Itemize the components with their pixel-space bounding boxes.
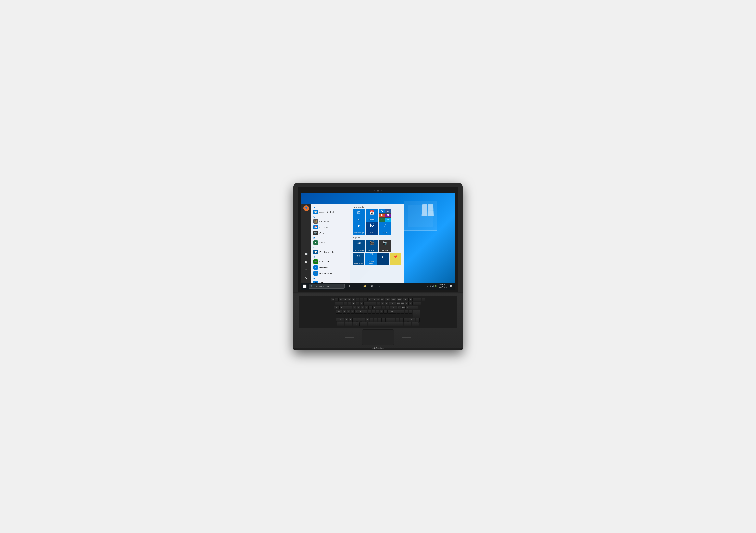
tile-mail[interactable]: ✉ Mail — [353, 210, 365, 222]
tile-calendar[interactable]: 📅 Calendar — [366, 210, 378, 222]
tray-clock[interactable]: 10:10 AM 5/21/2019 — [438, 284, 447, 288]
key-b[interactable]: B — [362, 318, 365, 322]
key-numpad-3[interactable]: 3 — [409, 310, 412, 314]
key-o[interactable]: O — [373, 306, 377, 309]
tray-network-icon[interactable]: 🖥 — [429, 285, 431, 287]
key-period[interactable]: . — [378, 318, 382, 322]
key-semicolon[interactable]: ; — [380, 310, 384, 314]
key-arrow-right[interactable]: → — [404, 318, 408, 322]
key-pgup[interactable]: PgUp — [401, 302, 404, 305]
key-quote[interactable]: ' — [384, 310, 388, 314]
key-1[interactable]: 1 — [339, 302, 343, 305]
key-8[interactable]: 8 — [368, 302, 372, 305]
tray-battery-icon[interactable]: 🔋 — [435, 285, 437, 287]
key-j[interactable]: J — [367, 310, 371, 314]
user-avatar[interactable]: 👤 — [303, 206, 309, 211]
key-v[interactable]: V — [357, 318, 361, 322]
key-numpad-dot[interactable]: . — [416, 318, 419, 322]
key-6[interactable]: 6 — [360, 302, 364, 305]
tile-snip[interactable]: ✂ Snip & Sketch — [353, 253, 364, 265]
key-fn[interactable]: Fn — [337, 323, 344, 326]
key-numpad-1[interactable]: 1 — [400, 310, 404, 314]
key-4[interactable]: 4 — [352, 302, 355, 305]
key-numpad-7[interactable]: 7 — [405, 302, 409, 305]
settings-icon[interactable]: ⚙ — [303, 266, 310, 273]
key-rctrl[interactable]: Ctrl — [412, 323, 419, 326]
app-item-calculator[interactable]: 🧮 Calculator — [311, 218, 350, 224]
key-0[interactable]: 0 — [377, 302, 380, 305]
key-f5[interactable]: F5 — [352, 297, 355, 301]
key-f9[interactable]: F9 — [368, 297, 372, 301]
key-arrow-up[interactable]: ↑ — [396, 310, 400, 314]
key-f6[interactable]: F6 — [356, 297, 359, 301]
key-w[interactable]: W — [344, 306, 348, 309]
key-a[interactable]: A — [343, 310, 346, 314]
key-m[interactable]: M — [370, 318, 373, 322]
key-numpad-enter[interactable]: ↵ — [413, 310, 420, 318]
key-l[interactable]: L — [376, 310, 379, 314]
key-f4[interactable]: F4 — [347, 297, 351, 301]
key-2[interactable]: 2 — [343, 302, 347, 305]
key-space[interactable] — [368, 323, 403, 326]
key-insert[interactable]: Insert — [391, 297, 396, 301]
key-slash[interactable]: / — [382, 318, 386, 322]
key-lwin[interactable]: ⊞ — [353, 323, 360, 326]
tile-settings[interactable]: ⚙ — [377, 253, 389, 265]
key-z[interactable]: Z — [345, 318, 348, 322]
app-item-groove[interactable]: 🎵 Groove Music — [311, 270, 350, 276]
key-r[interactable]: R — [353, 306, 356, 309]
key-backspace[interactable]: ⌫ — [389, 302, 396, 305]
app-item-gamebar[interactable]: 🎮 Game bar — [311, 259, 350, 265]
key-enter[interactable]: Enter — [388, 310, 396, 314]
key-numpad-2[interactable]: 2 — [405, 310, 408, 314]
key-p[interactable]: P — [377, 306, 381, 309]
key-c[interactable]: C — [353, 318, 357, 322]
key-d[interactable]: D — [351, 310, 355, 314]
touchpad[interactable] — [362, 329, 394, 345]
app-item-gethelp[interactable]: ? Get Help — [311, 265, 350, 270]
tile-camera[interactable]: 📷 Camera — [379, 240, 391, 252]
key-f[interactable]: F — [355, 310, 359, 314]
task-view-button[interactable]: ⧉ — [346, 283, 353, 290]
key-rshift[interactable]: ⇧ — [386, 318, 395, 322]
key-numpad-div[interactable]: / — [413, 297, 417, 301]
key-f7[interactable]: F7 — [360, 297, 364, 301]
tile-movies[interactable]: 🎬 Movies & TV — [366, 240, 378, 252]
app-item-feedback[interactable]: 💬 Feedback Hub — [311, 249, 350, 255]
key-end[interactable]: End — [398, 306, 401, 309]
key-backslash[interactable]: \ — [390, 306, 397, 309]
key-minus[interactable]: - — [381, 302, 384, 305]
mail-taskbar-icon[interactable]: ✉ — [368, 283, 376, 290]
documents-icon[interactable]: 📄 — [303, 250, 310, 257]
key-h[interactable]: H — [364, 310, 367, 314]
key-home[interactable]: Home — [397, 302, 400, 305]
key-u[interactable]: U — [365, 306, 368, 309]
key-delete[interactable]: Delete — [397, 297, 402, 301]
key-numpad-8[interactable]: 8 — [409, 302, 413, 305]
key-numpad-5[interactable]: 5 — [410, 306, 414, 309]
tray-chevron[interactable]: ∧ — [427, 285, 429, 287]
key-e[interactable]: E — [348, 306, 352, 309]
key-rbracket[interactable]: ] — [386, 306, 389, 309]
tile-winsec[interactable]: 🛡 Windows Sec... — [365, 253, 377, 265]
tile-sticky[interactable]: 📌 — [390, 253, 401, 265]
key-numpad-0[interactable]: 0 — [408, 318, 416, 322]
key-s[interactable]: S — [347, 310, 350, 314]
key-x[interactable]: X — [349, 318, 353, 322]
key-f11[interactable]: F11 — [376, 297, 380, 301]
key-arrow-left[interactable]: ← — [396, 318, 399, 322]
notification-center-button[interactable]: 💬 — [448, 283, 454, 289]
key-backspace-fn[interactable]: ⌫ — [403, 297, 409, 301]
tile-office-suite[interactable]: O W P N X S — [379, 210, 391, 222]
key-3[interactable]: 3 — [348, 302, 351, 305]
app-item-calendar[interactable]: 📅 Calendar — [311, 224, 350, 230]
tray-speaker-icon[interactable]: 🔊 — [432, 285, 434, 287]
key-ralt[interactable]: Alt — [404, 323, 411, 326]
store-taskbar-icon[interactable]: 🛍 — [376, 283, 383, 290]
tile-todo[interactable]: ✓ To-Do — [379, 222, 391, 235]
key-lshift[interactable]: ⇧ — [337, 318, 344, 322]
power-icon[interactable]: ⏻ — [303, 274, 310, 281]
key-q[interactable]: Q — [340, 306, 344, 309]
key-lbracket[interactable]: [ — [382, 306, 385, 309]
key-numpad-plus[interactable]: + — [418, 302, 421, 305]
